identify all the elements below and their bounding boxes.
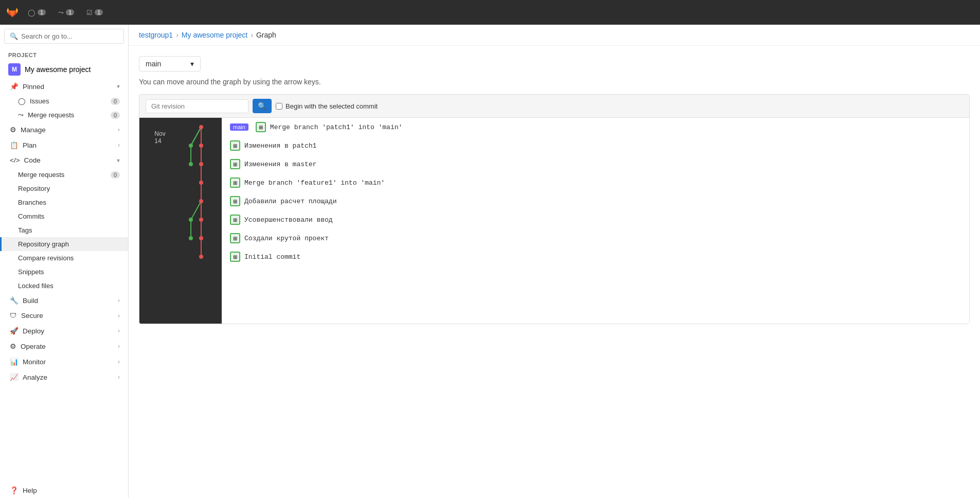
issues-badge: 0 xyxy=(111,98,120,105)
sidebar-item-tags[interactable]: Tags xyxy=(0,223,128,237)
begin-with-selected-checkbox[interactable] xyxy=(276,103,282,110)
sidebar-item-label: Pinned xyxy=(23,83,44,91)
project-item[interactable]: M My awesome project xyxy=(0,60,128,79)
sidebar-item-operate[interactable]: ⚙ Operate › xyxy=(0,339,128,354)
chevron-right-icon: › xyxy=(118,358,120,365)
sidebar-item-pinned[interactable]: 📌 Pinned ▾ xyxy=(0,79,128,94)
breadcrumb-sep1: › xyxy=(176,31,179,39)
sidebar-item-merge-requests-sub[interactable]: ⤳ Merge requests 0 xyxy=(0,108,128,122)
issues-button[interactable]: ◯ 1 xyxy=(25,7,49,19)
commit-message: Изменения в master xyxy=(244,161,316,168)
sidebar-item-repository-graph[interactable]: Repository graph xyxy=(0,237,128,251)
svg-point-9 xyxy=(199,181,203,185)
sidebar-item-label: Manage xyxy=(21,126,46,134)
sidebar-item-label: Secure xyxy=(21,312,43,319)
commit-icon: ⊞ xyxy=(230,233,240,243)
sidebar-item-snippets[interactable]: Snippets xyxy=(0,265,128,279)
search-label: Search or go to... xyxy=(21,32,73,40)
sidebar-sub-label: Locked files xyxy=(18,282,54,290)
svg-point-15 xyxy=(189,162,193,166)
plan-icon: 📋 xyxy=(10,141,19,149)
code-icon: </> xyxy=(10,156,20,164)
commit-icon: ⊞ xyxy=(230,196,240,206)
branch-tag: main xyxy=(230,123,248,131)
sidebar-item-label: Operate xyxy=(21,343,46,350)
search-icon: 🔍 xyxy=(258,102,266,110)
branch-selector: main ▾ xyxy=(139,56,970,72)
sidebar-item-label: Code xyxy=(24,156,41,164)
project-name: My awesome project xyxy=(25,65,91,74)
sidebar-item-build[interactable]: 🔧 Build › xyxy=(0,293,128,308)
sidebar-item-deploy[interactable]: 🚀 Deploy › xyxy=(0,323,128,339)
sidebar-item-merge-requests[interactable]: Merge requests 0 xyxy=(0,168,128,182)
chevron-down-icon: ▾ xyxy=(117,83,120,90)
todo-icon: ☑ xyxy=(86,9,93,16)
commit-row[interactable]: ⊞ Merge branch 'feature1' into 'main' xyxy=(230,173,961,192)
sidebar-sub-label: Tags xyxy=(18,226,32,234)
avatar: M xyxy=(8,63,21,76)
sidebar-item-label: Build xyxy=(23,297,38,305)
sidebar-item-secure[interactable]: 🛡 Secure › xyxy=(0,308,128,323)
chevron-right-icon: › xyxy=(118,312,120,319)
commit-message: Усовершенствовали ввод xyxy=(244,216,333,224)
commit-icon: ⊞ xyxy=(230,140,240,151)
sidebar-sub-label: Merge requests xyxy=(28,111,74,119)
svg-point-11 xyxy=(199,218,203,222)
sidebar-sub-label: Repository graph xyxy=(18,240,69,248)
git-revision-input[interactable] xyxy=(146,99,248,113)
sidebar-item-branches[interactable]: Branches xyxy=(0,195,128,209)
commit-row[interactable]: ⊞ Усовершенствовали ввод xyxy=(230,210,961,229)
svg-point-16 xyxy=(189,218,193,222)
commit-row[interactable]: ⊞ Создали крутой проект xyxy=(230,229,961,247)
issues-icon: ◯ xyxy=(28,9,35,16)
project-section-label: Project xyxy=(0,48,128,60)
commit-row[interactable]: ⊞ Initial commit xyxy=(230,247,961,266)
todo-button[interactable]: ☑ 1 xyxy=(83,7,106,19)
sidebar-item-manage[interactable]: ⚙ Manage › xyxy=(0,122,128,137)
graph-search-bar: 🔍 Begin with the selected commit xyxy=(139,95,969,118)
graph-lanes xyxy=(181,118,222,324)
sidebar-item-plan[interactable]: 📋 Plan › xyxy=(0,137,128,153)
pin-icon: 📌 xyxy=(10,82,19,91)
svg-line-4 xyxy=(191,201,201,220)
breadcrumb-project[interactable]: My awesome project xyxy=(182,31,247,39)
sidebar-sub-label: Branches xyxy=(18,199,46,206)
branch-name: main xyxy=(146,60,161,68)
commit-row[interactable]: main ⊞ Merge branch 'patch1' into 'main' xyxy=(230,118,961,136)
branch-dropdown[interactable]: main ▾ xyxy=(139,56,201,72)
sidebar-item-locked-files[interactable]: Locked files xyxy=(0,279,128,293)
sidebar-item-compare-revisions[interactable]: Compare revisions xyxy=(0,251,128,265)
begin-with-selected-label[interactable]: Begin with the selected commit xyxy=(276,102,378,110)
chevron-right-icon: › xyxy=(118,374,120,381)
topbar: ◯ 1 ⤳ 1 ☑ 1 xyxy=(0,0,980,25)
sidebar-item-label: Plan xyxy=(23,141,37,149)
merge-requests-button[interactable]: ⤳ 1 xyxy=(55,7,77,19)
search-goto[interactable]: 🔍 Search or go to... xyxy=(4,29,124,44)
search-button[interactable]: 🔍 xyxy=(253,99,272,113)
chevron-right-icon: › xyxy=(118,126,120,133)
sidebar-item-analyze[interactable]: 📈 Analyze › xyxy=(0,369,128,385)
sidebar-item-monitor[interactable]: 📊 Monitor › xyxy=(0,354,128,369)
commit-row[interactable]: ⊞ Изменения в patch1 xyxy=(230,136,961,155)
shield-icon: 🛡 xyxy=(10,312,17,319)
hint-text: You can move around the graph by using t… xyxy=(139,78,970,86)
breadcrumb-group[interactable]: testgroup1 xyxy=(139,31,173,39)
sidebar-item-repository[interactable]: Repository xyxy=(0,182,128,195)
sidebar-item-label: Help xyxy=(23,487,37,494)
breadcrumb: testgroup1 › My awesome project › Graph xyxy=(129,25,980,46)
commit-row[interactable]: ⊞ Добавили расчет площади xyxy=(230,192,961,210)
sidebar-item-issues[interactable]: ◯ Issues 0 xyxy=(0,94,128,108)
svg-point-7 xyxy=(199,144,203,148)
help-icon: ❓ xyxy=(10,486,19,494)
sidebar-item-commits[interactable]: Commits xyxy=(0,209,128,223)
mr-badge: 0 xyxy=(111,112,120,119)
commit-row[interactable]: ⊞ Изменения в master xyxy=(230,155,961,173)
sidebar-item-code[interactable]: </> Code ▾ xyxy=(0,153,128,168)
date-label: Nov 14 xyxy=(154,126,165,149)
todo-count: 1 xyxy=(95,9,103,15)
chevron-right-icon: › xyxy=(118,141,120,149)
svg-point-8 xyxy=(199,162,203,166)
issues-count: 1 xyxy=(38,9,46,15)
sidebar-item-help[interactable]: ❓ Help xyxy=(0,483,128,498)
commit-message: Изменения в patch1 xyxy=(244,142,316,150)
